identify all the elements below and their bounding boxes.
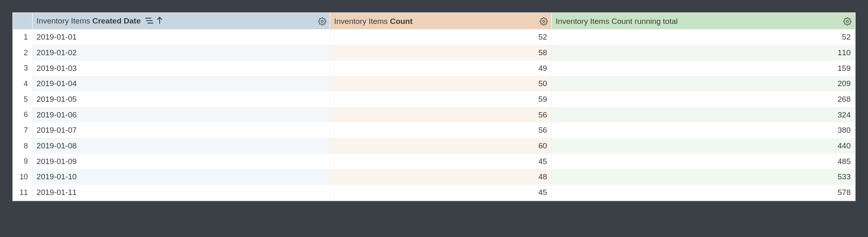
- header-label-prefix: Inventory Items: [37, 16, 92, 25]
- header-label: Inventory Items Count running total: [556, 17, 678, 26]
- cell-running-total[interactable]: 52: [552, 29, 855, 45]
- cell-created-date[interactable]: 2019-01-04: [32, 76, 330, 92]
- svg-point-5: [543, 20, 545, 22]
- header-label-prefix: Inventory Items: [334, 17, 390, 26]
- sort-asc-icon[interactable]: [157, 16, 163, 26]
- cell-count[interactable]: 56: [330, 107, 551, 123]
- table-row: 112019-01-1145578: [13, 185, 855, 200]
- cell-count[interactable]: 48: [330, 169, 551, 185]
- cell-created-date[interactable]: 2019-01-01: [32, 29, 330, 45]
- row-number: 9: [13, 154, 32, 169]
- cell-running-total[interactable]: 380: [552, 122, 855, 138]
- cell-count[interactable]: 60: [330, 138, 551, 154]
- cell-running-total[interactable]: 209: [552, 76, 855, 92]
- cell-running-total[interactable]: 578: [552, 185, 855, 200]
- cell-running-total[interactable]: 324: [552, 107, 855, 123]
- cell-running-total[interactable]: 533: [552, 169, 855, 185]
- row-number: 6: [13, 107, 32, 123]
- header-rownum: [13, 13, 32, 29]
- cell-count[interactable]: 58: [330, 45, 551, 61]
- row-number: 3: [13, 61, 32, 76]
- cell-count[interactable]: 45: [330, 185, 551, 200]
- row-number: 4: [13, 76, 32, 92]
- data-table: Inventory Items Created Date: [13, 13, 855, 200]
- cell-created-date[interactable]: 2019-01-10: [32, 169, 330, 185]
- cell-running-total[interactable]: 159: [552, 61, 855, 76]
- table-row: 102019-01-1048533: [13, 169, 855, 185]
- row-number: 10: [13, 169, 32, 185]
- row-number: 11: [13, 185, 32, 200]
- cell-count[interactable]: 50: [330, 76, 551, 92]
- cell-count[interactable]: 45: [330, 154, 551, 169]
- row-number: 1: [13, 29, 32, 45]
- cell-created-date[interactable]: 2019-01-07: [32, 122, 330, 138]
- row-number: 8: [13, 138, 32, 154]
- gear-icon[interactable]: [843, 17, 851, 26]
- table-row: 12019-01-015252: [13, 29, 855, 45]
- cell-running-total[interactable]: 268: [552, 92, 855, 107]
- pivot-icon[interactable]: [145, 17, 153, 26]
- table-row: 82019-01-0860440: [13, 138, 855, 154]
- data-table-panel: Inventory Items Created Date: [12, 12, 856, 201]
- table-row: 32019-01-0349159: [13, 61, 855, 76]
- table-row: 22019-01-0258110: [13, 45, 855, 61]
- cell-created-date[interactable]: 2019-01-11: [32, 185, 330, 200]
- cell-created-date[interactable]: 2019-01-02: [32, 45, 330, 61]
- row-number: 5: [13, 92, 32, 107]
- table-row: 92019-01-0945485: [13, 154, 855, 169]
- gear-icon[interactable]: [540, 17, 548, 26]
- cell-running-total[interactable]: 485: [552, 154, 855, 169]
- row-number: 7: [13, 122, 32, 138]
- table-row: 42019-01-0450209: [13, 76, 855, 92]
- cell-created-date[interactable]: 2019-01-09: [32, 154, 330, 169]
- svg-point-6: [847, 20, 849, 22]
- header-created-date[interactable]: Inventory Items Created Date: [32, 13, 330, 29]
- gear-icon[interactable]: [318, 17, 326, 26]
- header-count[interactable]: Inventory Items Count: [330, 13, 551, 29]
- cell-count[interactable]: 52: [330, 29, 551, 45]
- cell-count[interactable]: 49: [330, 61, 551, 76]
- cell-created-date[interactable]: 2019-01-05: [32, 92, 330, 107]
- header-label-bold: Created Date: [92, 16, 141, 25]
- cell-created-date[interactable]: 2019-01-06: [32, 107, 330, 123]
- table-row: 52019-01-0559268: [13, 92, 855, 107]
- cell-created-date[interactable]: 2019-01-03: [32, 61, 330, 76]
- cell-count[interactable]: 56: [330, 122, 551, 138]
- cell-running-total[interactable]: 440: [552, 138, 855, 154]
- row-number: 2: [13, 45, 32, 61]
- table-row: 72019-01-0756380: [13, 122, 855, 138]
- header-row: Inventory Items Created Date: [13, 13, 855, 29]
- header-label-bold: Count: [390, 17, 413, 26]
- table-row: 62019-01-0656324: [13, 107, 855, 123]
- cell-created-date[interactable]: 2019-01-08: [32, 138, 330, 154]
- svg-point-4: [321, 20, 323, 22]
- header-running-total[interactable]: Inventory Items Count running total: [552, 13, 855, 29]
- cell-running-total[interactable]: 110: [552, 45, 855, 61]
- cell-count[interactable]: 59: [330, 92, 551, 107]
